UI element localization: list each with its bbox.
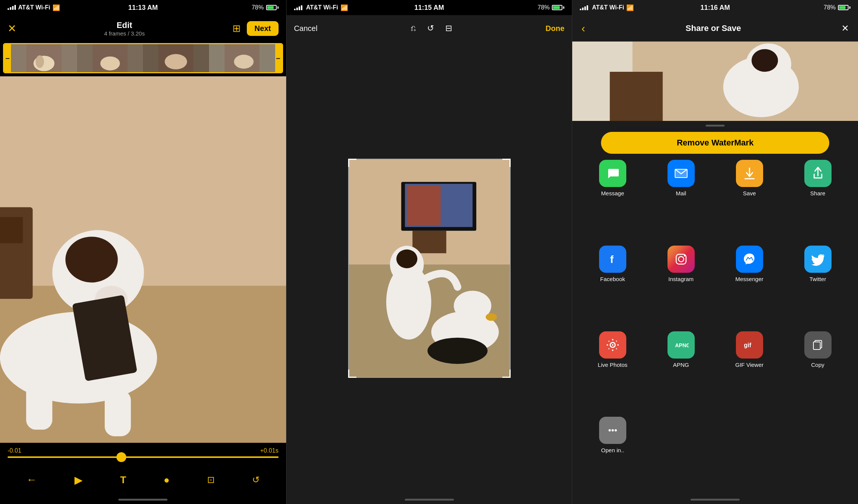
svg-point-60 [608, 348, 609, 349]
svg-point-67 [612, 429, 614, 431]
edit-header-center: Edit 4 frames / 3.20s [104, 20, 145, 37]
time-share: 11:16 AM [700, 4, 730, 12]
filmstrip-frame-4 [209, 44, 275, 72]
toolbar-back-icon[interactable]: ← [26, 474, 37, 486]
share-item-instagram[interactable]: Instagram [647, 246, 715, 324]
share-item-copy[interactable]: Copy [784, 331, 852, 410]
share-item-facebook[interactable]: f Facebook [578, 246, 647, 324]
svg-point-18 [65, 237, 118, 282]
status-bar-edit: AT&T Wi-Fi 📶 11:13 AM 78% [0, 0, 286, 15]
instagram-label: Instagram [668, 276, 694, 282]
facebook-label: Facebook [600, 276, 625, 282]
battery-pct-edit: 78% [252, 4, 264, 11]
svg-rect-65 [813, 342, 820, 349]
share-item-openin[interactable]: Open in.. [578, 417, 647, 495]
crop-preview-image [349, 159, 510, 377]
filmstrip-container [0, 42, 286, 76]
share-icon [804, 160, 832, 187]
share-item-mail[interactable]: Mail [647, 160, 715, 238]
svg-point-6 [165, 54, 187, 70]
svg-point-43 [752, 49, 778, 72]
svg-point-35 [454, 291, 491, 321]
toolbar-text-icon[interactable]: T [120, 474, 126, 486]
filmstrip-handle-left[interactable] [4, 44, 11, 72]
gif-icon: gif [736, 331, 763, 359]
message-label: Message [601, 190, 624, 196]
back-button[interactable]: ‹ [581, 22, 585, 35]
share-item-apng[interactable]: APNG APNG [647, 331, 715, 410]
svg-point-2 [36, 56, 44, 68]
svg-rect-40 [610, 72, 663, 121]
remove-watermark-button[interactable]: Remove WaterMark [601, 132, 830, 154]
toolbar-sticker-icon[interactable]: ● [164, 474, 170, 486]
toolbar-play-icon[interactable]: ▶ [74, 474, 83, 486]
status-bar-share: AT&T Wi-Fi 📶 11:16 AM 78% [572, 0, 858, 15]
share-item-gif[interactable]: gif GIF Viewer [715, 331, 784, 410]
filmstrip[interactable] [3, 43, 283, 73]
share-item-livephotos[interactable]: Live Photos [578, 331, 647, 410]
undo-crop-icon[interactable]: ↺ [427, 23, 434, 33]
svg-point-59 [616, 340, 617, 342]
crop-corner-tr[interactable] [502, 159, 511, 167]
signal-icon-share [580, 5, 588, 10]
scrubber-track[interactable] [8, 456, 279, 458]
next-button[interactable]: Next [247, 21, 278, 36]
grid-icon[interactable]: ⊞ [232, 23, 241, 34]
gif-label: GIF Viewer [735, 362, 764, 368]
edit-header: ✕ Edit 4 frames / 3.20s ⊞ Next [0, 15, 286, 42]
livephotos-label: Live Photos [598, 362, 627, 368]
signal-icon-edit [8, 4, 16, 12]
save-label: Save [743, 190, 756, 196]
crop-image-area[interactable] [287, 42, 572, 495]
svg-text:APNG: APNG [675, 342, 689, 348]
scrubber-thumb[interactable] [116, 452, 126, 462]
svg-rect-21 [26, 377, 52, 430]
crop-corner-br[interactable] [502, 369, 511, 378]
main-image-area [0, 76, 286, 443]
wifi-icon-crop: 📶 [341, 4, 348, 11]
rotate-icon[interactable]: ⎌ [411, 23, 416, 33]
scrubber-right-label: +0.01s [260, 447, 278, 454]
share-item-twitter[interactable]: Twitter [784, 246, 852, 324]
toolbar-crop-icon[interactable]: ⊡ [207, 475, 215, 485]
apng-icon: APNG [668, 331, 695, 359]
svg-point-61 [616, 348, 617, 349]
done-button[interactable]: Done [545, 24, 564, 33]
share-grid: Message Mail Save Share f Facebook [572, 160, 858, 495]
svg-point-4 [100, 56, 120, 70]
share-preview [572, 42, 858, 121]
messenger-icon [736, 246, 763, 273]
crop-frame[interactable] [348, 159, 511, 378]
share-screen: AT&T Wi-Fi 📶 11:16 AM 78% ‹ Share or Sav… [572, 0, 858, 504]
facebook-icon: f [599, 246, 626, 273]
crop-screen: AT&T Wi-Fi 📶 11:15 AM 78% Cancel ⎌ ↺ ⊟ D… [286, 0, 572, 504]
svg-text:f: f [610, 254, 614, 265]
toolbar-undo-icon[interactable]: ↺ [252, 475, 260, 485]
carrier-edit: AT&T Wi-Fi 📶 [8, 4, 60, 12]
share-item-messenger[interactable]: Messenger [715, 246, 784, 324]
cancel-button[interactable]: Cancel [294, 24, 317, 33]
message-icon [599, 160, 626, 187]
wifi-icon-edit: 📶 [53, 4, 60, 11]
share-item-save[interactable]: Save [715, 160, 784, 238]
copy-icon [804, 331, 832, 359]
main-preview-image [0, 76, 286, 443]
share-item-message[interactable]: Message [578, 160, 647, 238]
livephotos-icon [599, 331, 626, 359]
battery-icon-share [838, 5, 850, 10]
svg-point-54 [612, 339, 613, 340]
edit-screen: AT&T Wi-Fi 📶 11:13 AM 78% ✕ Edit 4 frame… [0, 0, 286, 504]
share-close-button[interactable]: ✕ [841, 23, 849, 34]
home-indicator-crop [287, 495, 572, 504]
messenger-label: Messenger [736, 276, 764, 282]
crop-corner-tl[interactable] [348, 159, 356, 167]
filmstrip-handle-right[interactable] [275, 44, 282, 72]
drag-pill [706, 125, 725, 127]
crop-corner-bl[interactable] [348, 369, 356, 378]
share-item-share[interactable]: Share [784, 160, 852, 238]
svg-point-55 [612, 349, 613, 351]
close-button[interactable]: ✕ [8, 22, 16, 35]
battery-pct-share: 78% [824, 4, 836, 11]
time-edit: 11:13 AM [128, 4, 158, 12]
split-view-icon[interactable]: ⊟ [445, 23, 452, 33]
